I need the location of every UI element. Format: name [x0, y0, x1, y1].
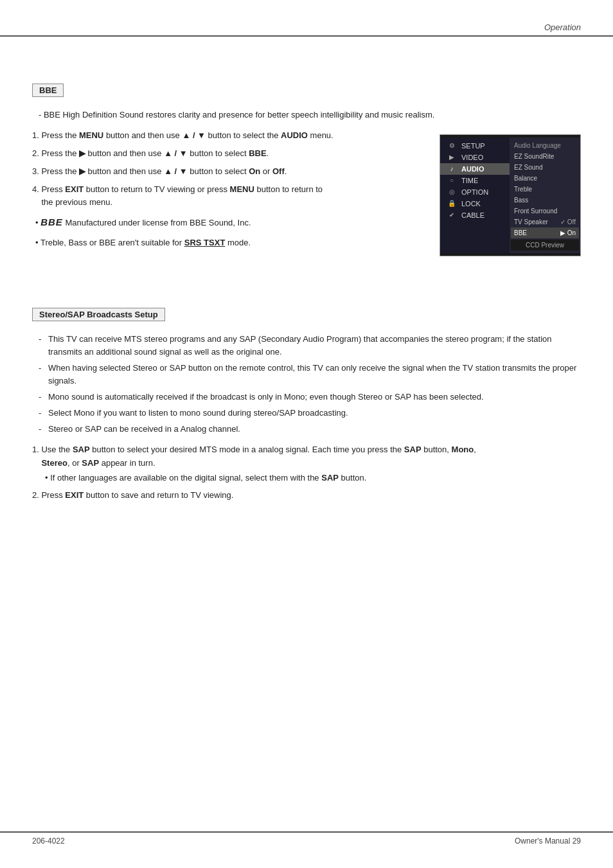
time-icon: ○	[445, 176, 458, 185]
footer-left-text: 206-4022	[32, 837, 65, 846]
menu-option-label: OPTION	[461, 188, 504, 196]
bbe-note-2: • Treble, Bass or BBE aren't suitable fo…	[35, 236, 427, 249]
menu-lock-label: LOCK	[461, 200, 504, 208]
top-border	[0, 35, 613, 37]
menu-row-lock: 🔒 LOCK	[440, 198, 510, 209]
stereo-bullet-3: Mono sound is automatically received if …	[39, 391, 581, 403]
menu-row-cable: ✔ CABLE	[440, 209, 510, 221]
page-header: Operation	[544, 22, 581, 32]
menu-video-label: VIDEO	[461, 154, 504, 161]
bbe-title: BBE	[39, 85, 57, 95]
page-container: Operation BBE - BBE High Definition Soun…	[0, 0, 613, 868]
menu-time-label: TIME	[461, 177, 504, 184]
menu-sub-ez-sound: EZ Sound	[511, 162, 579, 173]
menu-row-setup: ⚙ SETUP	[440, 140, 510, 152]
bbe-steps-container: 1. Press the MENU button and then use ▲ …	[32, 129, 581, 256]
bbe-section: BBE - BBE High Definition Sound restores…	[32, 84, 581, 256]
stereo-step-1-sub: If other languages are available on the …	[32, 472, 581, 484]
header-label: Operation	[544, 22, 581, 32]
menu-audio-label: AUDIO	[461, 165, 504, 173]
stereo-steps: 1. Use the SAP button to select your des…	[32, 443, 581, 502]
bottom-border	[0, 831, 613, 833]
menu-panel: ⚙ SETUP ▶ VIDEO ♪ AUDIO	[440, 134, 581, 256]
stereo-bullet-2: When having selected Stereo or SAP butto…	[39, 362, 581, 387]
stereo-title-badge: Stereo/SAP Broadcasts Setup	[32, 308, 165, 321]
bbe-title-badge: BBE	[32, 84, 64, 97]
menu-sub-ccd-preview: CCD Preview	[511, 240, 579, 251]
bbe-intro: - BBE High Definition Sound restores cla…	[39, 109, 581, 121]
footer-right: Owner's Manual 29	[515, 837, 581, 846]
lock-icon: 🔒	[445, 199, 458, 208]
bbe-step-2: 2. Press the ▶ button and then use ▲ / ▼…	[32, 147, 427, 160]
bbe-note-1: • BBE Manufactured under license from BB…	[35, 215, 427, 230]
audio-icon: ♪	[445, 164, 458, 173]
menu-cable-label: CABLE	[461, 211, 504, 219]
bbe-step-3: 3. Press the ▶ button and then use ▲ / ▼…	[32, 165, 427, 178]
bbe-note2-bold: SRS TSXT	[184, 238, 226, 247]
stereo-bullet-4: Select Mono if you want to listen to mon…	[39, 407, 581, 420]
bbe-steps-list: 1. Press the MENU button and then use ▲ …	[32, 129, 427, 249]
setup-icon: ⚙	[445, 141, 458, 150]
bbe-note1-text: Manufactured under license from BBE Soun…	[65, 218, 251, 227]
menu-sub-bass: Bass	[511, 195, 579, 206]
menu-sub-balance: Balance	[511, 173, 579, 184]
cable-icon: ✔	[445, 211, 458, 220]
stereo-bullet-1: This TV can receive MTS stereo programs …	[39, 333, 581, 359]
menu-row-audio: ♪ AUDIO	[440, 163, 510, 175]
footer-left: 206-4022	[32, 837, 65, 846]
stereo-title: Stereo/SAP Broadcasts Setup	[39, 310, 158, 319]
bbe-note2-end: mode.	[225, 238, 251, 247]
video-icon: ▶	[445, 153, 458, 162]
menu-sub-tv-speaker: TV Speaker✓ Off	[511, 217, 579, 227]
bbe-intro-text: BBE High Definition Sound restores clari…	[44, 110, 434, 120]
bbe-step-4: 4. Press EXIT button to return to TV vie…	[32, 183, 427, 209]
content-area: BBE - BBE High Definition Sound restores…	[32, 45, 581, 823]
stereo-bullet-list: This TV can receive MTS stereo programs …	[39, 333, 581, 436]
menu-row-time: ○ TIME	[440, 175, 510, 186]
stereo-section: Stereo/SAP Broadcasts Setup This TV can …	[32, 308, 581, 502]
menu-row-video: ▶ VIDEO	[440, 152, 510, 163]
menu-sub-audio-language: Audio Language	[511, 140, 579, 151]
menu-setup-label: SETUP	[461, 142, 504, 150]
menu-row-option: ◎ OPTION	[440, 186, 510, 198]
menu-sub-front-surround: Front Surround	[511, 206, 579, 217]
menu-sub-treble: Treble	[511, 184, 579, 195]
menu-sub-bbe: BBE▶ On	[511, 227, 579, 238]
bbe-step-1: 1. Press the MENU button and then use ▲ …	[32, 129, 427, 142]
bbe-logo: BBE	[40, 217, 63, 227]
bbe-note2-text: Treble, Bass or BBE aren't suitable for	[40, 238, 184, 247]
stereo-step-1: 1. Use the SAP button to select your des…	[32, 443, 581, 484]
menu-sub-ez-soundrite: EZ SoundRite	[511, 151, 579, 162]
footer-right-text: Owner's Manual 29	[515, 837, 581, 846]
stereo-step-2: 2. Press EXIT button to save and return …	[32, 489, 581, 502]
stereo-bullet-5: Stereo or SAP can be received in a Analo…	[39, 423, 581, 436]
option-icon: ◎	[445, 188, 458, 197]
